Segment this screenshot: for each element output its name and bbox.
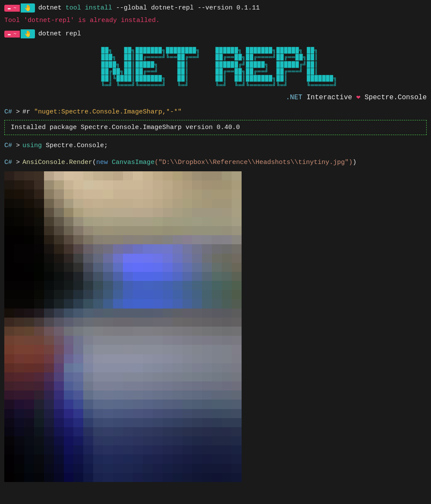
ascii-art-pre: ██╗ ██╗███████╗████████╗ ██████╗ ███████… [94, 47, 337, 89]
badge-red-1: ▬ ~ [4, 5, 20, 12]
spacer-1 [0, 151, 431, 157]
canvas-cls: CanvasImage [108, 159, 154, 166]
arrow-2: > [16, 142, 20, 149]
paren-close: ) [352, 159, 356, 166]
command-text-2: dotnet repl [38, 30, 81, 38]
prompt-badge-1: ▬ ~ 🤚 [4, 3, 35, 13]
repl-prompt-1: C# > [4, 108, 20, 116]
canvas-image-output [4, 171, 242, 482]
badge-red-2: ▬ ~ [4, 31, 20, 38]
using-kw: using [22, 142, 42, 149]
badge-teal-2: 🤚 [21, 29, 35, 38]
command-bar-2: ▬ ~ 🤚 dotnet repl [0, 28, 431, 43]
subtitle-line: .NET Interactive ❤ Spectre.Console [0, 91, 431, 107]
cs-label-2: C# [4, 142, 12, 149]
paren-open: ( [92, 159, 96, 166]
output-text: Installed package Spectre.Console.ImageS… [11, 124, 240, 131]
cmd-global: --global [112, 4, 151, 12]
command-bar-1: ▬ ~ 🤚 dotnet tool install --global dotne… [0, 0, 431, 16]
output-box: Installed package Spectre.Console.ImageS… [4, 120, 427, 135]
cmd-dotnet: dotnet [38, 4, 66, 12]
cmd-tool: tool install [66, 4, 112, 12]
subtitle-dotnet: .NET [286, 94, 302, 101]
tool-message-text: Tool 'dotnet-repl' is already installed. [4, 17, 160, 24]
badge-icon-2: ▬ ~ [8, 32, 16, 37]
repl-hash: #r [22, 108, 34, 116]
ansi-fn: AnsiConsole.Render [22, 159, 92, 166]
subtitle-spectre: Spectre.Console [365, 94, 427, 101]
repl-code-2: using Spectre.Console; [22, 142, 108, 149]
arrow-1: > [16, 108, 20, 116]
repl-line-2[interactable]: C# > using Spectre.Console; [0, 138, 431, 151]
repl-line-1[interactable]: C# > #r "nuget:Spectre.Console.ImageShar… [0, 107, 431, 117]
repl-prompt-2: C# > [4, 142, 20, 149]
subtitle-interactive: Interactive [306, 94, 352, 101]
cs-label-1: C# [4, 108, 12, 116]
command-text-1: dotnet tool install --global dotnet-repl… [38, 4, 260, 12]
repl-code-1: #r "nuget:Spectre.Console.ImageSharp,*-*… [22, 108, 182, 116]
hand-icon-1: 🤚 [24, 4, 31, 12]
cmd-version-flag: --version [194, 4, 236, 12]
repl-prompt-3: C# > [4, 159, 20, 166]
cmd-dotnet-2: dotnet [38, 30, 66, 38]
path-str: ("D:\\Dropbox\\Reference\\Headshots\\tin… [154, 159, 352, 166]
repl-line-3[interactable]: C# > AnsiConsole.Render(new CanvasImage(… [0, 157, 431, 168]
hand-icon-2: 🤚 [24, 30, 31, 38]
cmd-pkg: dotnet-repl [151, 4, 194, 12]
arrow-3: > [16, 159, 20, 166]
repl-code-3: AnsiConsole.Render(new CanvasImage("D:\\… [22, 159, 356, 166]
pixel-canvas [4, 171, 242, 482]
badge-icon-1: ▬ ~ [8, 6, 16, 11]
prompt-badge-2: ▬ ~ 🤚 [4, 29, 35, 38]
using-rest: Spectre.Console; [42, 142, 108, 149]
badge-teal-1: 🤚 [21, 3, 35, 13]
terminal-window: ▬ ~ 🤚 dotnet tool install --global dotne… [0, 0, 431, 482]
ascii-art-title: ██╗ ██╗███████╗████████╗ ██████╗ ███████… [0, 43, 431, 91]
cmd-version-val: 0.1.11 [236, 4, 260, 12]
cmd-repl: repl [66, 30, 81, 38]
subtitle-heart: ❤ [356, 94, 361, 101]
repl-str-1: "nuget:Spectre.Console.ImageSharp,*-*" [34, 108, 182, 116]
tool-installed-message: Tool 'dotnet-repl' is already installed. [0, 16, 431, 28]
cs-label-3: C# [4, 159, 12, 166]
new-kw: new [96, 159, 108, 166]
